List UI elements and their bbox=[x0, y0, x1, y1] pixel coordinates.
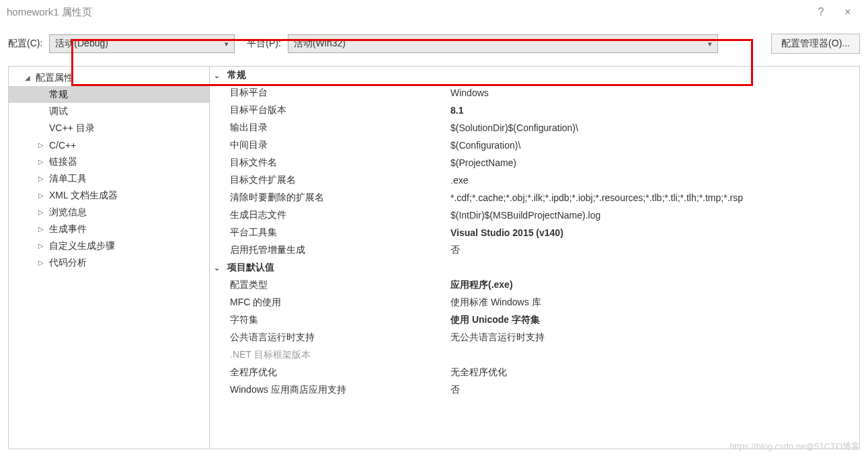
property-value[interactable]: $(SolutionDir)$(Configuration)\ bbox=[450, 122, 859, 133]
property-name: 目标平台 bbox=[210, 87, 450, 99]
property-row[interactable]: 公共语言运行时支持无公共语言运行时支持 bbox=[210, 329, 859, 346]
tree-item[interactable]: VC++ 目录 bbox=[9, 120, 209, 137]
property-grid[interactable]: ⌄常规目标平台Windows目标平台版本8.1输出目录$(SolutionDir… bbox=[210, 66, 860, 449]
property-value[interactable]: $(ProjectName) bbox=[450, 157, 859, 168]
section-title: 项目默认值 bbox=[227, 262, 274, 274]
property-value[interactable]: $(IntDir)$(MSBuildProjectName).log bbox=[450, 210, 859, 221]
property-name: 全程序优化 bbox=[210, 367, 450, 379]
chevron-down-icon[interactable]: ⌄ bbox=[214, 71, 223, 80]
platform-value: 活动(Win32) bbox=[294, 38, 346, 50]
property-value[interactable]: *.cdf;*.cache;*.obj;*.ilk;*.ipdb;*.iobj;… bbox=[450, 192, 859, 203]
expander-closed-icon[interactable]: ▷ bbox=[38, 225, 46, 233]
expander-closed-icon[interactable]: ▷ bbox=[38, 192, 46, 199]
property-row[interactable]: 平台工具集Visual Studio 2015 (v140) bbox=[210, 224, 859, 241]
window-title: homework1 属性页 bbox=[7, 6, 92, 19]
property-name: 目标平台版本 bbox=[210, 104, 450, 116]
tree-item[interactable]: ▷自定义生成步骤 bbox=[9, 237, 209, 254]
tree-item-label: 浏览信息 bbox=[49, 206, 87, 219]
chevron-down-icon: ▾ bbox=[225, 40, 229, 48]
config-manager-button[interactable]: 配置管理器(O)... bbox=[771, 34, 860, 54]
tree-item[interactable]: ▷代码分析 bbox=[9, 254, 209, 271]
section-title: 常规 bbox=[227, 69, 246, 81]
config-manager-label: 配置管理器(O)... bbox=[781, 38, 850, 50]
config-value: 活动(Debug) bbox=[55, 38, 108, 50]
property-row[interactable]: 启用托管增量生成否 bbox=[210, 241, 859, 259]
property-name: 公共语言运行时支持 bbox=[210, 332, 450, 344]
property-row[interactable]: 配置类型应用程序(.exe) bbox=[210, 276, 859, 294]
section-header[interactable]: ⌄项目默认值 bbox=[210, 259, 859, 276]
main-area: ◢ 配置属性 常规调试VC++ 目录▷C/C++▷链接器▷清单工具▷XML 文档… bbox=[8, 66, 860, 449]
property-row[interactable]: 字符集使用 Unicode 字符集 bbox=[210, 311, 859, 329]
property-row[interactable]: 中间目录$(Configuration)\ bbox=[210, 137, 859, 154]
property-value[interactable]: 无全程序优化 bbox=[450, 367, 859, 379]
tree-item[interactable]: ▷清单工具 bbox=[9, 170, 209, 187]
property-name: 配置类型 bbox=[210, 279, 450, 291]
close-icon[interactable]: × bbox=[834, 6, 861, 18]
expander-closed-icon[interactable]: ▷ bbox=[38, 208, 46, 216]
property-value[interactable]: 使用标准 Windows 库 bbox=[450, 297, 859, 309]
tree-item-label: 代码分析 bbox=[49, 257, 87, 269]
section-header[interactable]: ⌄常规 bbox=[210, 67, 859, 84]
tree-item-label: 调试 bbox=[49, 106, 68, 118]
expander-closed-icon[interactable]: ▷ bbox=[38, 141, 46, 149]
tree-item-label: 清单工具 bbox=[49, 173, 87, 185]
tree-item[interactable]: ▷链接器 bbox=[9, 153, 209, 170]
property-value[interactable]: 8.1 bbox=[450, 105, 859, 116]
tree-item-label: C/C++ bbox=[49, 140, 76, 151]
property-row[interactable]: 生成日志文件$(IntDir)$(MSBuildProjectName).log bbox=[210, 206, 859, 224]
property-value[interactable]: 否 bbox=[450, 244, 859, 256]
expander-closed-icon[interactable]: ▷ bbox=[38, 175, 46, 182]
property-row[interactable]: .NET 目标框架版本 bbox=[210, 346, 859, 364]
expander-closed-icon[interactable]: ▷ bbox=[38, 242, 46, 250]
tree-item[interactable]: ▷C/C++ bbox=[9, 137, 209, 153]
property-value[interactable]: .exe bbox=[450, 175, 859, 186]
config-label: 配置(C): bbox=[8, 38, 42, 50]
tree-item[interactable]: ▷浏览信息 bbox=[9, 204, 209, 221]
expander-closed-icon[interactable]: ▷ bbox=[38, 259, 46, 266]
property-name: MFC 的使用 bbox=[210, 297, 450, 309]
platform-label: 平台(P): bbox=[247, 38, 281, 50]
property-row[interactable]: MFC 的使用使用标准 Windows 库 bbox=[210, 294, 859, 311]
tree-item-label: 自定义生成步骤 bbox=[49, 240, 115, 252]
property-name: 启用托管增量生成 bbox=[210, 244, 450, 256]
property-name: 生成日志文件 bbox=[210, 209, 450, 221]
property-name: 清除时要删除的扩展名 bbox=[210, 192, 450, 204]
property-value[interactable]: Visual Studio 2015 (v140) bbox=[450, 227, 859, 238]
tree-item-label: 生成事件 bbox=[49, 223, 87, 235]
property-row[interactable]: 全程序优化无全程序优化 bbox=[210, 364, 859, 381]
tree-item[interactable]: ▷XML 文档生成器 bbox=[9, 187, 209, 204]
property-name: 目标文件名 bbox=[210, 157, 450, 169]
property-row[interactable]: 目标文件名$(ProjectName) bbox=[210, 154, 859, 171]
property-value[interactable]: 应用程序(.exe) bbox=[450, 279, 859, 291]
property-value[interactable]: 无公共语言运行时支持 bbox=[450, 332, 859, 344]
expander-open-icon[interactable]: ◢ bbox=[25, 74, 33, 81]
expander-closed-icon[interactable]: ▷ bbox=[38, 158, 46, 165]
property-name: Windows 应用商店应用支持 bbox=[210, 384, 450, 396]
platform-combo[interactable]: 活动(Win32) ▾ bbox=[288, 34, 718, 53]
property-row[interactable]: 目标文件扩展名.exe bbox=[210, 171, 859, 189]
property-row[interactable]: 清除时要删除的扩展名*.cdf;*.cache;*.obj;*.ilk;*.ip… bbox=[210, 189, 859, 206]
property-value[interactable]: Windows bbox=[450, 87, 859, 98]
tree-item[interactable]: ▷生成事件 bbox=[9, 221, 209, 237]
config-combo[interactable]: 活动(Debug) ▾ bbox=[49, 34, 235, 53]
property-value[interactable]: 否 bbox=[450, 384, 859, 396]
tree-item-label: XML 文档生成器 bbox=[49, 190, 118, 202]
property-row[interactable]: 目标平台版本8.1 bbox=[210, 102, 859, 119]
property-row[interactable]: 目标平台Windows bbox=[210, 84, 859, 102]
property-name: .NET 目标框架版本 bbox=[210, 349, 450, 361]
tree-root[interactable]: ◢ 配置属性 bbox=[9, 69, 209, 86]
property-name: 字符集 bbox=[210, 314, 450, 326]
tree-item[interactable]: 常规 bbox=[9, 86, 209, 103]
property-name: 中间目录 bbox=[210, 139, 450, 151]
property-value[interactable]: $(Configuration)\ bbox=[450, 140, 859, 151]
tree-item[interactable]: 调试 bbox=[9, 103, 209, 120]
property-name: 平台工具集 bbox=[210, 227, 450, 239]
help-icon[interactable]: ? bbox=[807, 6, 834, 18]
property-tree[interactable]: ◢ 配置属性 常规调试VC++ 目录▷C/C++▷链接器▷清单工具▷XML 文档… bbox=[8, 66, 210, 449]
property-row[interactable]: Windows 应用商店应用支持否 bbox=[210, 381, 859, 399]
property-row[interactable]: 输出目录$(SolutionDir)$(Configuration)\ bbox=[210, 119, 859, 137]
titlebar: homework1 属性页 ? × bbox=[0, 0, 868, 24]
config-row: 配置(C): 活动(Debug) ▾ 平台(P): 活动(Win32) ▾ 配置… bbox=[8, 34, 860, 54]
property-value[interactable]: 使用 Unicode 字符集 bbox=[450, 314, 859, 326]
chevron-down-icon[interactable]: ⌄ bbox=[214, 264, 223, 272]
